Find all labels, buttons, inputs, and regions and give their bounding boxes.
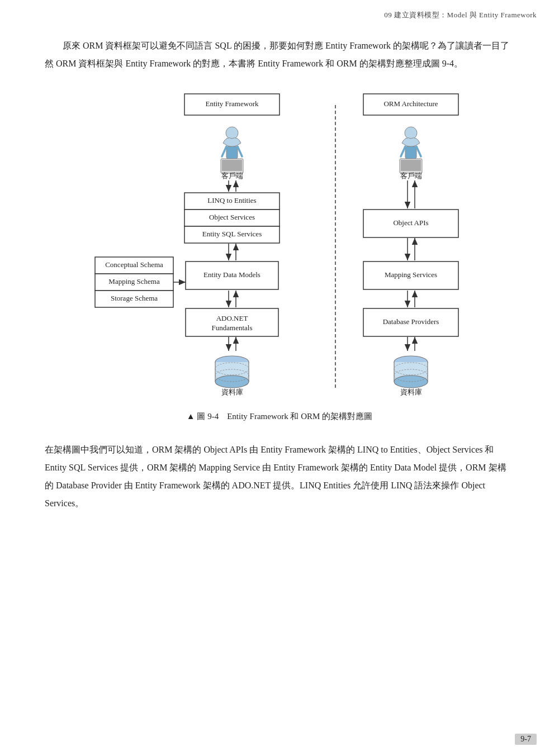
intro-paragraph: 原來 ORM 資料框架可以避免不同語言 SQL 的困擾，那要如何對應 Entit… [45, 37, 514, 73]
svg-point-8 [61, 88, 77, 94]
db-label-left: 資料庫 [221, 388, 243, 396]
svg-line-32 [401, 146, 405, 156]
page-content: 原來 ORM 資料框架可以避免不同語言 SQL 的困擾，那要如何對應 Entit… [0, 20, 559, 540]
svg-line-18 [238, 146, 242, 156]
db-providers-label: Database Providers [383, 317, 439, 326]
svg-point-12 [61, 104, 77, 115]
client-label-right: 客戶端 [400, 172, 422, 180]
svg-point-30 [405, 127, 417, 139]
object-services-label: Object Services [209, 213, 255, 221]
edm-label: Entity Data Models [203, 270, 260, 279]
conceptual-schema-label: Conceptual Schema [105, 260, 163, 269]
person-icon-left [221, 127, 243, 173]
svg-point-27 [215, 375, 249, 388]
svg-rect-37 [401, 160, 421, 171]
svg-rect-9 [61, 88, 77, 110]
svg-point-15 [226, 127, 238, 139]
diagram-caption: ▲ 圖 9-4 Entity Framework 和 ORM 的架構對應圖 [187, 411, 372, 422]
svg-rect-16 [226, 146, 238, 159]
db-icon-left [215, 356, 249, 388]
adonet-line2: Fundamentals [212, 324, 253, 332]
diagram-wrapper: Entity Framework 客戶端 [61, 88, 498, 407]
architecture-diagram: Entity Framework 客戶端 [61, 88, 498, 407]
page-header: 09 建立資料模型：Model 與 Entity Framework [0, 0, 559, 20]
svg-line-5 [66, 91, 70, 101]
svg-line-7 [64, 101, 65, 110]
svg-rect-3 [61, 91, 66, 101]
body-paragraph: 在架構圖中我們可以知道，ORM 架構的 Object APIs 由 Entity… [45, 441, 514, 512]
mapping-services-label: Mapping Services [385, 270, 437, 279]
svg-line-17 [222, 146, 226, 156]
svg-point-42 [394, 375, 428, 388]
storage-schema-label: Storage Schema [111, 294, 158, 302]
svg-rect-31 [405, 146, 416, 159]
orm-label: ORM Architecture [383, 99, 438, 108]
linq-label: LINQ to Entities [207, 196, 256, 205]
adonet-box [186, 308, 278, 336]
entity-sql-label: Entity SQL Services [202, 230, 262, 238]
svg-line-33 [416, 146, 421, 156]
mapping-schema-label: Mapping Schema [108, 277, 160, 286]
svg-point-13 [61, 91, 77, 102]
header-text: 09 建立資料模型：Model 與 Entity Framework [384, 11, 537, 19]
object-apis-label: Object APIs [393, 218, 428, 227]
client-label-left: 客戶端 [221, 172, 243, 180]
page-number: 9-7 [515, 734, 537, 745]
adonet-line1: ADO.NET [216, 314, 248, 322]
ef-label: Entity Framework [206, 99, 259, 108]
db-label-right: 資料庫 [400, 388, 422, 396]
svg-rect-22 [222, 160, 242, 171]
diagram-section: Entity Framework 客戶端 [45, 88, 514, 435]
person-icon-right [400, 127, 422, 173]
db-icon-right [394, 356, 428, 388]
svg-point-14 [61, 97, 77, 108]
